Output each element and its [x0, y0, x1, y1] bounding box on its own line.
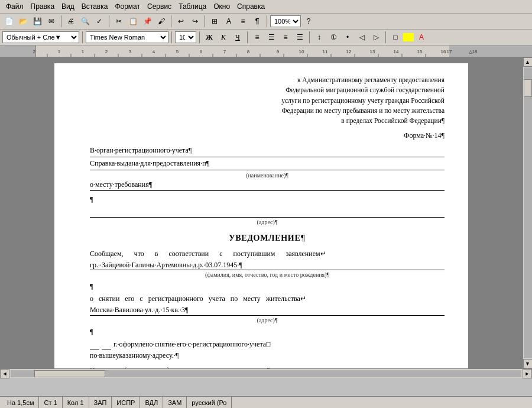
h-scroll-thumb[interactable]	[34, 370, 105, 377]
para-3: ¶	[90, 328, 93, 336]
header-line-1: к Административному регламенту предостав…	[297, 76, 445, 83]
svg-text:9: 9	[277, 49, 280, 54]
line-spacing[interactable]: ↕	[313, 31, 326, 44]
menu-tools[interactable]: Сервис	[144, 1, 175, 12]
svg-text:14: 14	[394, 49, 399, 54]
cert-text: Справка·выдана·для·предоставления·п¶	[90, 159, 209, 167]
size-select[interactable]: 10	[175, 31, 196, 43]
body-text: Сообщаем, что в соответствии с поступивш…	[90, 250, 326, 258]
ruler: 2 1 1 2 3 4 5 6 7 8 9 10 11 12 13 14 15 …	[0, 46, 532, 57]
columns-button[interactable]: ≡	[236, 15, 249, 28]
redo-button[interactable]: ↪	[189, 15, 202, 28]
menu-edit[interactable]: Правка	[27, 1, 59, 12]
bullets[interactable]: •	[341, 31, 354, 44]
print-button[interactable]: 🖨	[64, 15, 77, 28]
italic-button[interactable]: К	[217, 31, 230, 44]
header-line-4: Федерации по месту пребывания и по месту…	[282, 107, 445, 114]
menu-help[interactable]: Справка	[233, 1, 268, 12]
help-button[interactable]: ?	[302, 15, 315, 28]
svg-text:13: 13	[370, 49, 375, 54]
spellcheck-button[interactable]: ✓	[93, 15, 106, 28]
scroll-up-button[interactable]: ▲	[523, 57, 533, 67]
header-line-3: услуги по регистрационному учету граждан…	[281, 97, 445, 104]
svg-text:7: 7	[223, 49, 226, 54]
font-color[interactable]: A	[415, 31, 428, 44]
svg-text:11: 11	[323, 49, 328, 54]
style-select[interactable]: Обычный + Сле▼	[2, 31, 79, 43]
deregister-address-line: Москва·Вавилова·ул.·д.·15·кв.·3¶	[90, 305, 445, 316]
menu-insert[interactable]: Вставка	[78, 1, 112, 12]
menu-table[interactable]: Таблица	[175, 1, 210, 12]
save-button[interactable]: 💾	[31, 15, 44, 28]
fio-label: (фамилия, имя, отчество, год и место рож…	[90, 271, 445, 279]
cut-button[interactable]: ✂	[112, 15, 125, 28]
header-block: к Административному регламенту предостав…	[90, 75, 445, 126]
increase-indent[interactable]: ▷	[369, 31, 382, 44]
open-button[interactable]: 📂	[17, 15, 30, 28]
form-number: Форма·№·14¶	[404, 131, 445, 140]
menu-bar: Файл Правка Вид Вставка Формат Сервис Та…	[0, 0, 532, 14]
column-info: Кол 1	[63, 397, 89, 408]
record-status: ЗАП	[89, 397, 112, 408]
numbering[interactable]: ①	[327, 31, 340, 44]
format-toolbar: Обычный + Сле▼ Times New Roman 10 Ж К Ч …	[0, 30, 532, 46]
fsep5	[309, 31, 310, 43]
menu-window[interactable]: Окно	[210, 1, 233, 12]
undo-button[interactable]: ↩	[174, 15, 187, 28]
email-button[interactable]: ✉	[45, 15, 58, 28]
para-1: ¶	[90, 195, 93, 203]
align-right[interactable]: ≡	[279, 31, 292, 44]
doc-scroll-area[interactable]: к Административному регламенту предостав…	[0, 57, 523, 368]
cert-line: Справка·выдана·для·предоставления·п¶	[90, 158, 445, 170]
underline-button[interactable]: Ч	[231, 31, 244, 44]
align-center[interactable]: ☰	[265, 31, 278, 44]
empty-para-3: ¶	[90, 327, 445, 337]
scroll-down-button[interactable]: ▼	[523, 359, 533, 368]
align-left[interactable]: ≡	[251, 31, 264, 44]
menu-view[interactable]: Вид	[58, 1, 78, 12]
scroll-thumb[interactable]	[524, 79, 532, 97]
outside-border[interactable]: □	[389, 31, 402, 44]
fsep4	[247, 31, 248, 43]
copy-button[interactable]: 📋	[126, 15, 140, 28]
sep2	[109, 15, 109, 27]
highlight[interactable]	[403, 33, 414, 41]
svg-rect-0	[0, 46, 35, 57]
header-line-2: Федеральной миграционной службой государ…	[286, 86, 445, 93]
align-justify[interactable]: ☰	[293, 31, 306, 44]
fsep1	[82, 31, 83, 43]
font-select[interactable]: Times New Roman	[86, 31, 168, 43]
insert-word-art[interactable]: A	[222, 15, 235, 28]
reg-office-block: В·орган·регистрационного·учета¶ Справка·…	[90, 145, 445, 191]
vertical-scrollbar: ▲ ▼	[523, 57, 532, 368]
open-quote	[90, 339, 99, 350]
new-button[interactable]: 📄	[2, 15, 15, 28]
person-text: гр.··Зайцевой·Галины·Артемовны·д.р.·03.0…	[90, 261, 242, 269]
decrease-indent[interactable]: ◁	[355, 31, 368, 44]
svg-text:3: 3	[129, 49, 132, 54]
insert-table-button[interactable]: ⊞	[208, 15, 221, 28]
preview-button[interactable]: 🔍	[79, 15, 92, 28]
body-line-1: Сообщаем, что в соответствии с поступивш…	[90, 249, 445, 259]
name-label: (наименование)¶	[90, 171, 445, 180]
svg-text:17: 17	[447, 49, 452, 54]
ruler-inner: 2 1 1 2 3 4 5 6 7 8 9 10 11 12 13 14 15 …	[0, 46, 532, 57]
svg-text:16: 16	[441, 49, 446, 54]
svg-text:2: 2	[33, 49, 36, 54]
fsep2	[171, 31, 172, 43]
sep1	[61, 15, 61, 27]
scroll-right-button[interactable]: ►	[523, 369, 532, 378]
zoom-select[interactable]: 100%	[270, 15, 301, 27]
format-painter[interactable]: 🖌	[155, 15, 168, 28]
show-para-button[interactable]: ¶	[251, 15, 264, 28]
menu-file[interactable]: Файл	[2, 1, 27, 12]
scroll-left-button[interactable]: ◄	[0, 369, 9, 378]
paste-button[interactable]: 📌	[141, 15, 154, 28]
h-scroll-track[interactable]	[11, 370, 521, 377]
fsep3	[199, 31, 200, 43]
menu-format[interactable]: Формат	[111, 1, 144, 12]
bold-button[interactable]: Ж	[203, 31, 216, 44]
svg-text:2: 2	[105, 49, 108, 54]
para-2: ¶	[90, 282, 93, 290]
scroll-track[interactable]	[524, 67, 532, 358]
